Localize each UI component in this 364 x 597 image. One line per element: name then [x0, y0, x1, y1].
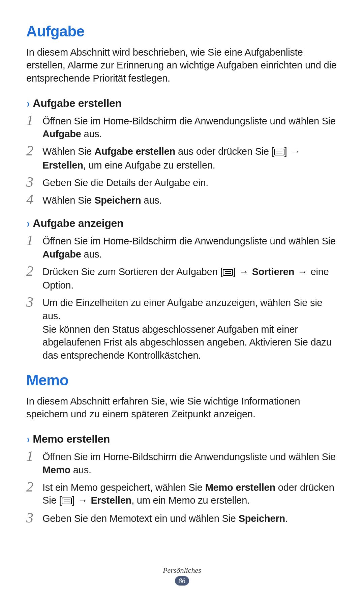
intro-memo: In diesem Abschnitt erfahren Sie, wie Si… [26, 395, 340, 421]
steps-aufgabe-erstellen: 1 Öffnen Sie im Home-Bildschirm die Anwe… [26, 113, 340, 207]
svg-rect-0 [275, 149, 284, 155]
footer-section-label: Persönliches [0, 566, 364, 575]
step-number: 1 [26, 113, 36, 127]
step-number: 3 [26, 511, 36, 525]
arrow-icon: → [290, 145, 301, 158]
step-text: Drücken Sie zum Sortieren der Aufgaben [… [42, 264, 340, 292]
subheading-aufgabe-erstellen: › Aufgabe erstellen [26, 97, 340, 110]
step: 3 Geben Sie die Details der Aufgabe ein. [26, 175, 340, 189]
svg-rect-6 [62, 498, 71, 504]
intro-aufgabe: In diesem Abschnitt wird beschrieben, wi… [26, 46, 340, 85]
menu-icon [223, 266, 233, 279]
step-number: 4 [26, 192, 36, 207]
step-number: 1 [26, 233, 36, 247]
page-number-badge: 86 [175, 576, 189, 586]
heading-aufgabe: Aufgabe [26, 23, 340, 40]
arrow-icon: → [238, 265, 249, 278]
step-text: Um die Einzelheiten zu einer Aufgabe anz… [42, 295, 340, 361]
step: 4 Wählen Sie Speichern aus. [26, 192, 340, 207]
sub-title: Aufgabe erstellen [33, 97, 121, 110]
page-footer: Persönliches 86 [0, 566, 364, 586]
step: 3 Um die Einzelheiten zu einer Aufgabe a… [26, 295, 340, 361]
step-number: 2 [26, 264, 36, 278]
step: 2 Ist ein Memo gespeichert, wählen Sie M… [26, 480, 340, 508]
subheading-memo-erstellen: › Memo erstellen [26, 432, 340, 446]
step-number: 1 [26, 449, 36, 463]
arrow-icon: → [297, 265, 308, 278]
step-text: Öffnen Sie im Home-Bildschirm die Anwend… [42, 233, 340, 261]
sub-title: Memo erstellen [33, 433, 110, 445]
steps-memo-erstellen: 1 Öffnen Sie im Home-Bildschirm die Anwe… [26, 449, 340, 525]
step-text: Wählen Sie Aufgabe erstellen aus oder dr… [42, 144, 340, 172]
menu-icon [274, 146, 284, 158]
step-text: Ist ein Memo gespeichert, wählen Sie Mem… [42, 480, 340, 508]
subheading-aufgabe-anzeigen: › Aufgabe anzeigen [26, 217, 340, 230]
step: 1 Öffnen Sie im Home-Bildschirm die Anwe… [26, 113, 340, 141]
step-text: Geben Sie die Details der Aufgabe ein. [42, 175, 340, 189]
chevron-icon: › [27, 432, 30, 446]
step-number: 3 [26, 295, 36, 309]
svg-rect-3 [223, 269, 233, 275]
step-text: Öffnen Sie im Home-Bildschirm die Anwend… [42, 449, 340, 476]
step-text: Geben Sie den Memotext ein und wählen Si… [42, 511, 340, 525]
step: 1 Öffnen Sie im Home-Bildschirm die Anwe… [26, 449, 340, 476]
steps-aufgabe-anzeigen: 1 Öffnen Sie im Home-Bildschirm die Anwe… [26, 233, 340, 361]
step: 2 Drücken Sie zum Sortieren der Aufgaben… [26, 264, 340, 292]
step: 1 Öffnen Sie im Home-Bildschirm die Anwe… [26, 233, 340, 261]
step-number: 2 [26, 144, 36, 158]
step-text: Wählen Sie Speichern aus. [42, 192, 340, 207]
step-number: 3 [26, 175, 36, 189]
chevron-icon: › [27, 217, 30, 230]
page: Aufgabe In diesem Abschnitt wird beschri… [0, 0, 364, 597]
heading-memo: Memo [26, 372, 340, 389]
sub-title: Aufgabe anzeigen [33, 217, 123, 230]
step: 3 Geben Sie den Memotext ein und wählen … [26, 511, 340, 525]
arrow-icon: → [77, 494, 88, 507]
menu-icon [62, 495, 72, 507]
step: 2 Wählen Sie Aufgabe erstellen aus oder … [26, 144, 340, 172]
step-text: Öffnen Sie im Home-Bildschirm die Anwend… [42, 113, 340, 141]
step-number: 2 [26, 480, 36, 494]
chevron-icon: › [27, 97, 30, 110]
